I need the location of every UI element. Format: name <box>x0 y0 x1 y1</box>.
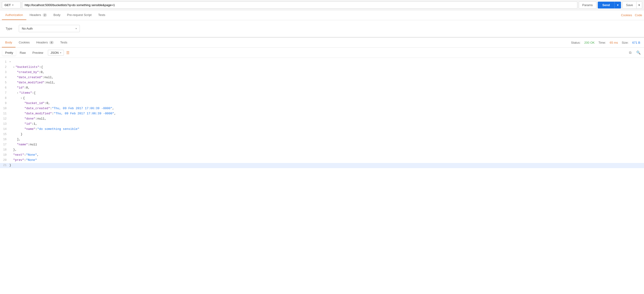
response-tab-tests[interactable]: Tests <box>57 38 71 48</box>
json-value: 0 <box>40 70 42 75</box>
json-format-select[interactable]: JSON ▾ <box>48 50 64 56</box>
preview-tab[interactable]: Preview <box>30 50 46 56</box>
send-button[interactable]: Send <box>598 2 615 9</box>
type-label: Type <box>6 27 15 30</box>
line-content: "prev": "None" <box>10 158 37 163</box>
send-dropdown-button[interactable]: ▾ <box>614 2 621 9</box>
line-content: ], <box>10 137 21 142</box>
save-button-group: Save ▾ <box>622 2 642 9</box>
json-key: "items" <box>19 91 32 96</box>
line-number: 10 <box>2 106 10 111</box>
tab-authorization[interactable]: Authorization <box>2 10 26 20</box>
json-value: "None" <box>26 158 37 163</box>
fold-arrow-icon[interactable]: ▾ <box>17 91 18 95</box>
json-value: 0 <box>26 86 28 90</box>
line-content: "date_created": "Thu, 09 Feb 2017 17:06:… <box>10 106 114 111</box>
save-button[interactable]: Save <box>623 2 636 9</box>
response-section: Body Cookies Headers 4 Tests Status: 200… <box>0 37 644 170</box>
line-number: 5 <box>2 80 10 85</box>
response-tab-body[interactable]: Body <box>2 38 16 48</box>
auth-type-value: No Auth <box>22 27 32 30</box>
cookies-link[interactable]: Cookies <box>621 13 632 17</box>
send-button-group: Send ▾ <box>598 2 621 9</box>
line-number: 4 <box>2 75 10 80</box>
tab-headers[interactable]: Headers 2 <box>26 10 50 20</box>
line-number: 16 <box>2 137 10 142</box>
line-content: "id": 1, <box>10 122 37 127</box>
method-chevron-icon: ▾ <box>12 4 14 6</box>
tab-body[interactable]: Body <box>50 10 64 20</box>
status-value: 200 OK <box>584 41 595 44</box>
line-content: ▾"items": [ <box>10 91 36 96</box>
line-number: 3 <box>2 70 10 75</box>
json-value: null <box>37 116 44 121</box>
tab-prerequest[interactable]: Pre-request Script <box>64 10 95 20</box>
fold-arrow-icon[interactable]: ▾ <box>13 65 14 69</box>
line-content: }, <box>10 147 17 152</box>
json-key: "created_by" <box>17 70 39 75</box>
line-number: 8 <box>2 96 10 101</box>
json-key: "bucketlists" <box>16 65 39 70</box>
code-link[interactable]: Code <box>635 13 642 17</box>
raw-tab[interactable]: Raw <box>17 50 29 56</box>
line-number: 15 <box>2 132 10 137</box>
wrap-icon[interactable]: ☰ <box>66 51 70 55</box>
params-button[interactable]: Params <box>579 2 596 9</box>
fold-arrow-icon[interactable]: ▾ <box>21 96 22 100</box>
time-label: Time: <box>598 41 606 44</box>
line-content: "name": "do something sensible" <box>10 127 79 132</box>
size-label: Size: <box>622 41 628 44</box>
line-content: "created_by": 0, <box>10 70 44 75</box>
json-value: null <box>30 142 37 147</box>
line-content: "date_modified": null, <box>10 80 56 85</box>
json-value: { <box>23 96 25 101</box>
line-content: } <box>10 163 11 168</box>
response-tab-headers[interactable]: Headers 4 <box>33 38 57 48</box>
json-value: "Thu, 09 Feb 2017 17:06:39 -0000" <box>52 106 112 111</box>
line-content: "date_modified": "Thu, 09 Feb 2017 17:06… <box>10 111 116 116</box>
json-format-label: JSON <box>50 51 59 55</box>
line-content: "name": null <box>10 142 37 147</box>
json-key: "date_modified" <box>17 80 44 85</box>
auth-type-row: Type No Auth ▾ <box>6 25 638 32</box>
response-tab-cookies[interactable]: Cookies <box>16 38 33 48</box>
json-key: "name" <box>17 142 28 147</box>
save-arrow-icon: ▾ <box>638 3 640 7</box>
line-number: 18 <box>2 147 10 152</box>
json-value: }, <box>13 147 17 152</box>
url-input[interactable] <box>22 2 577 9</box>
line-content: "done": null, <box>10 116 46 121</box>
format-tabs-bar: Pretty Raw Preview JSON ▾ ☰ ⧉ 🔍 <box>0 48 644 58</box>
fold-arrow-icon[interactable]: ▾ <box>10 60 11 64</box>
json-value: { <box>41 65 43 70</box>
line-number: 1 <box>2 60 10 64</box>
line-number: 13 <box>2 122 10 126</box>
json-key: "name" <box>24 127 36 132</box>
line-content: "date_created": null, <box>10 75 54 80</box>
auth-type-chevron-icon: ▾ <box>76 27 77 30</box>
line-content: ▾{ <box>10 96 25 101</box>
copy-icon[interactable]: ⧉ <box>628 50 632 56</box>
save-dropdown-button[interactable]: ▾ <box>636 2 642 9</box>
json-key: "bucket_id" <box>24 101 44 106</box>
response-headers-badge: 4 <box>49 41 54 44</box>
json-body-content: 1▾2▾"bucketlists": {3"created_by": 0,4"d… <box>0 58 644 170</box>
pretty-tab[interactable]: Pretty <box>2 50 16 56</box>
json-value: null <box>46 80 54 85</box>
tab-tests[interactable]: Tests <box>95 10 108 20</box>
search-icon[interactable]: 🔍 <box>635 50 642 56</box>
json-value: 1 <box>34 122 36 127</box>
json-value: "None" <box>26 153 37 158</box>
response-tabs-bar: Body Cookies Headers 4 Tests Status: 200… <box>0 38 644 48</box>
method-selector[interactable]: GET ▾ <box>2 2 21 9</box>
method-label: GET <box>4 3 11 7</box>
line-content: "next": "None", <box>10 153 39 158</box>
line-number: 20 <box>2 158 10 162</box>
line-number: 9 <box>2 101 10 106</box>
json-value: "Thu, 09 Feb 2017 17:06:39 -0000" <box>54 111 114 116</box>
auth-type-select[interactable]: No Auth ▾ <box>19 25 80 32</box>
json-key: "prev" <box>13 158 24 163</box>
line-number: 12 <box>2 116 10 121</box>
line-number: 17 <box>2 142 10 147</box>
json-value: ], <box>17 137 21 142</box>
